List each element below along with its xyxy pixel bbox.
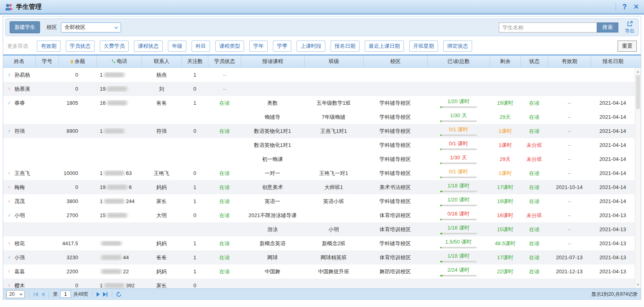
table-row[interactable]: ♀ 王燕飞 10000 1 63 王艳飞 0 在读 一对一 王艳飞一对1 学科辅… <box>3 166 641 180</box>
filter-button[interactable]: 学季 <box>273 41 291 52</box>
table-row[interactable]: 游泳 小明 体育培训校区 1/16 课时 15课时 在读 -- 2021-04-… <box>3 222 641 236</box>
filter-button[interactable]: 课程状态 <box>134 41 163 52</box>
column-header[interactable]: 校区 <box>363 55 427 67</box>
valid-until-date: -- <box>548 212 591 218</box>
column-header[interactable]: 剩余 <box>490 55 521 67</box>
column-header[interactable]: 状态 <box>521 55 548 67</box>
table-row[interactable]: ♀ 茂茂 3800 1 244 家长 1 在读 英语一 英语小班 学科辅导校区 … <box>3 194 641 208</box>
class-status: 未分班 <box>521 156 548 163</box>
class-status: 在读 <box>521 114 548 121</box>
filter-button[interactable]: 学员状态 <box>66 41 95 52</box>
scroll-up-icon[interactable]: ▲ <box>635 69 641 75</box>
table-row[interactable]: ♀ 杨慕溪 0 19 刘 0 -- <box>3 82 641 96</box>
column-header[interactable]: 报名日期 <box>591 55 635 67</box>
close-icon[interactable]: ✕ <box>633 3 639 10</box>
campus-name: 学科辅导校区 <box>363 128 427 135</box>
table-row[interactable]: ♂ 孙易杨 0 1 杨燕 1 -- <box>3 68 641 82</box>
scroll-down-icon[interactable]: ▼ <box>635 282 641 288</box>
student-name: 小强 <box>14 254 25 261</box>
export-label: 导出 <box>625 28 634 34</box>
campus-select[interactable]: 全部校区 <box>61 22 121 33</box>
column-header[interactable]: 学号 <box>35 55 59 67</box>
table-row[interactable]: ♂ 小强 3230 44 爸爸 1 在读 网球 网球精英班 体育培训校区 1/1… <box>3 250 641 264</box>
table-row[interactable]: ♂ 符强 8900 1 符强 0 在读 数语英物化1对1 王燕飞1对1 学科辅导… <box>3 124 641 138</box>
help-icon[interactable]: ? <box>622 3 627 10</box>
search-input[interactable] <box>499 22 597 33</box>
contact-name: 妈妈 <box>141 240 182 247</box>
column-header[interactable]: 班级 <box>304 55 363 67</box>
filter-button[interactable]: 课程类型 <box>215 41 244 52</box>
main-panel: 新建学生 校区 全部校区 搜索 导出 <box>3 16 641 300</box>
page-size-select[interactable]: 20 <box>6 290 25 298</box>
filter-button[interactable]: 学年 <box>249 41 268 52</box>
filter-button[interactable]: 上课时段 <box>297 41 325 52</box>
column-header[interactable]: 姓名 <box>3 55 35 67</box>
phone-redacted <box>104 171 125 176</box>
column-header[interactable]: 学员状态 <box>208 55 241 67</box>
page-input[interactable] <box>60 291 71 298</box>
balance: 3230 <box>59 254 97 260</box>
filter-button[interactable]: 最近上课日期 <box>365 41 404 52</box>
registration-date: 2021-04-13 <box>591 240 635 246</box>
phone-suffix: 44 <box>123 254 129 260</box>
table-row[interactable]: ♀ 校花 4417.5 妈妈 1 在读 新概念英语 新概念2班 学科辅导校区 1… <box>3 236 641 250</box>
phone-suffix: 392 <box>126 283 135 289</box>
progress-text: 1.5/50 课时 <box>445 238 472 246</box>
student-name: 杨慕溪 <box>14 85 30 93</box>
new-student-button[interactable]: 新建学生 <box>10 21 40 33</box>
table-row[interactable]: ♀ 嘉嘉 2200 22 妈妈 1 在读 中国舞 中国舞提升班 舞蹈培训校区 2… <box>3 264 641 279</box>
column-header[interactable]: 报读课程 <box>241 55 304 67</box>
total-pages-label: 共49页 <box>73 291 88 298</box>
class-status: 在读 <box>521 128 548 135</box>
table-row[interactable]: 初一晚课 学科辅导校区 1/30 天 29天 未分班 -- 2021-04-14 <box>3 152 641 166</box>
scrollbar-thumb[interactable] <box>636 75 640 109</box>
phone-prefix: 16 <box>100 100 105 106</box>
column-header[interactable]: 联系人 <box>141 55 182 67</box>
column-header[interactable]: ¥余额 <box>59 55 97 67</box>
class-name: 网球精英班 <box>304 254 363 261</box>
student-management-window: 学生管理 ? ✕ 新建学生 校区 全部校区 搜索 <box>0 0 644 307</box>
balance: 3800 <box>59 198 97 204</box>
table-row[interactable]: ♀ 梅梅 0 19 6 妈妈 1 在读 创意美术 大师班1 美术书法校区 1/1… <box>3 180 641 194</box>
table-row[interactable]: 晚辅导 7年级晚辅 学科辅导校区 1/30 天 29天 在读 -- 2021-0… <box>3 110 641 124</box>
filter-button[interactable]: 开班星期 <box>409 41 438 52</box>
vertical-scrollbar[interactable]: ▲ ▼ <box>635 68 641 289</box>
titlebar-divider <box>616 3 616 10</box>
campus-name: 学科辅导校区 <box>363 114 427 121</box>
page-title: 学生管理 <box>16 3 42 11</box>
next-page-button[interactable] <box>97 292 100 297</box>
prev-page-button[interactable] <box>41 292 44 297</box>
column-header[interactable]: 关注数 <box>182 55 208 67</box>
progress-text: 2/24 课时 <box>448 266 470 274</box>
filter-button[interactable]: 绑定状态 <box>443 41 472 52</box>
gender-icon: ♀ <box>7 283 12 289</box>
column-header[interactable]: 有效期 <box>548 55 591 67</box>
course-name: 创意美术 <box>241 184 304 191</box>
filter-button[interactable]: 欠费学员 <box>100 41 129 52</box>
filter-button[interactable]: 科目 <box>192 41 210 52</box>
valid-until-date: -- <box>548 128 591 134</box>
last-page-button[interactable] <box>103 292 108 297</box>
filter-button[interactable]: 年级 <box>168 41 186 52</box>
student-name: 嘉嘉 <box>14 268 25 275</box>
progress-bar <box>440 177 477 178</box>
table-row[interactable]: ♂ 小明 2700 15 大明 0 在读 2021不限游泳辅导课 体育培训校区 … <box>3 208 641 222</box>
phone-redacted <box>107 185 127 190</box>
phone-icon <box>111 59 116 65</box>
refresh-icon[interactable] <box>116 292 121 297</box>
search-button[interactable]: 搜索 <box>597 22 618 33</box>
table-row[interactable]: 数语英物化1对1 学科辅导校区 0/1 课时 1课时 未分班 -- 2021-0… <box>3 138 641 152</box>
export-button[interactable]: 导出 <box>625 21 634 34</box>
column-header[interactable]: 已读/总数 <box>427 55 490 67</box>
first-page-button[interactable] <box>33 292 38 297</box>
column-header[interactable]: 电话 <box>97 55 141 67</box>
table-row[interactable]: ♂ 睿睿 1805 16 爸爸 1 在读 奥数 五年级数学1班 学科辅导校区 1… <box>3 96 641 110</box>
filter-button[interactable]: 有效期 <box>37 41 61 52</box>
valid-until-date: -- <box>548 100 591 106</box>
reset-button[interactable]: 重置 <box>618 41 637 52</box>
export-icon <box>627 21 633 28</box>
progress-bar <box>440 261 477 262</box>
table-row[interactable]: ♀ 樱木 0 1 392 家长 0 <box>3 279 641 289</box>
campus-select-value: 全部校区 <box>65 24 85 31</box>
filter-button[interactable]: 报名日期 <box>331 41 359 52</box>
